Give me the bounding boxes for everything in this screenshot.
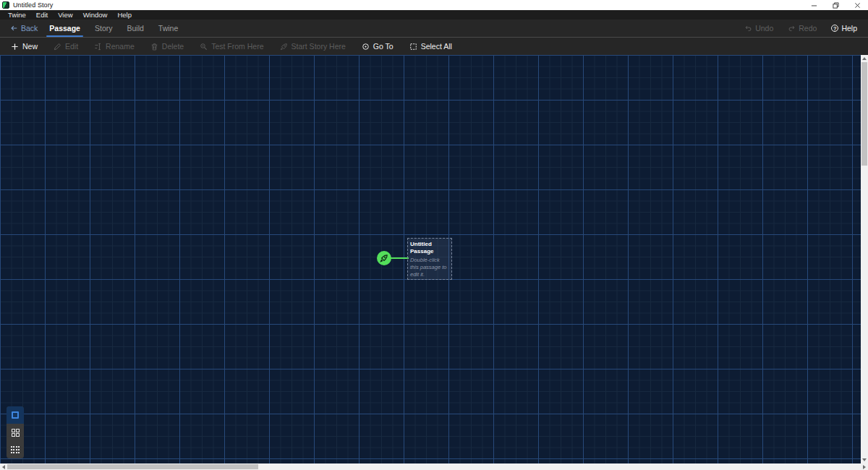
zoom-level-small-button[interactable] (7, 441, 24, 458)
menu-edit[interactable]: Edit (31, 10, 53, 20)
rename-passage-button[interactable]: Rename (88, 38, 141, 55)
tab-build[interactable]: Build (119, 20, 150, 37)
window-title: Untitled Story (13, 1, 53, 9)
test-from-here-label: Test From Here (211, 42, 263, 51)
twine-app-window: Untitled Story Twine Edit View Window He… (0, 0, 868, 470)
twine-app-icon (2, 1, 9, 9)
tab-twine[interactable]: Twine (151, 20, 185, 37)
scroll-down-arrow-icon[interactable] (861, 456, 868, 463)
dashed-square-icon (409, 43, 417, 51)
top-tab-bar: Back Passage Story Build Twine Undo Redo… (0, 20, 868, 38)
zoom-large-icon (12, 411, 19, 419)
go-to-button[interactable]: Go To (355, 38, 400, 55)
horizontal-scrollbar[interactable] (0, 463, 868, 470)
new-label: New (22, 42, 38, 51)
restore-icon (833, 2, 839, 9)
rocket-icon (280, 43, 288, 51)
start-rocket-icon (380, 254, 388, 262)
delete-label: Delete (162, 42, 184, 51)
go-to-label: Go To (373, 42, 393, 51)
menu-view[interactable]: View (53, 10, 77, 20)
start-passage-marker (377, 251, 391, 265)
start-connection-line (390, 257, 409, 259)
minimize-button[interactable] (803, 0, 825, 10)
redo-label: Redo (799, 24, 817, 33)
zoom-small-icon (11, 446, 20, 453)
passage-title: Untitled Passage (410, 241, 449, 256)
target-icon (362, 43, 370, 51)
undo-button[interactable]: Undo (739, 24, 778, 33)
test-from-here-button[interactable]: Test From Here (193, 38, 270, 55)
scroll-right-arrow-icon[interactable] (861, 463, 868, 470)
os-titlebar: Untitled Story (0, 0, 868, 10)
help-icon: ? (831, 25, 838, 32)
tab-story[interactable]: Story (88, 20, 120, 37)
zoom-medium-icon (12, 429, 20, 437)
scroll-up-arrow-icon[interactable] (861, 55, 868, 62)
back-label: Back (21, 24, 38, 33)
test-magnifier-icon (200, 43, 208, 51)
pencil-icon (54, 43, 61, 51)
tab-passage[interactable]: Passage (42, 20, 88, 37)
zoom-level-medium-button[interactable] (7, 424, 24, 441)
redo-button[interactable]: Redo (783, 24, 822, 33)
tabbar-actions: Undo Redo ? Help (739, 20, 862, 37)
plus-icon (11, 43, 19, 51)
menu-bar: Twine Edit View Window Help (0, 10, 868, 20)
restore-button[interactable] (825, 0, 846, 10)
horizontal-scrollbar-thumb[interactable] (7, 464, 258, 469)
start-story-here-button[interactable]: Start Story Here (273, 38, 352, 55)
help-button[interactable]: ? Help (826, 24, 862, 33)
minimize-icon (811, 2, 817, 9)
rename-label: Rename (106, 42, 135, 51)
select-all-button[interactable]: Select All (403, 38, 459, 55)
back-button[interactable]: Back (6, 20, 42, 37)
select-all-label: Select All (421, 42, 452, 51)
undo-icon (744, 25, 752, 32)
rename-icon (94, 43, 102, 51)
close-button[interactable] (846, 0, 868, 10)
zoom-level-large-button[interactable] (7, 406, 24, 424)
scroll-left-arrow-icon[interactable] (0, 463, 7, 470)
vertical-scrollbar[interactable] (861, 55, 868, 463)
delete-passage-button[interactable]: Delete (144, 38, 190, 55)
help-label: Help (841, 24, 857, 33)
vertical-scrollbar-thumb[interactable] (861, 62, 867, 166)
new-passage-button[interactable]: New (4, 38, 44, 55)
edit-passage-button[interactable]: Edit (47, 38, 85, 55)
zoom-level-panel (7, 406, 24, 458)
passage-card-untitled[interactable]: Untitled Passage Double-click this passa… (407, 238, 452, 280)
trash-icon (150, 43, 158, 51)
menu-twine[interactable]: Twine (3, 10, 31, 20)
edit-label: Edit (65, 42, 78, 51)
undo-label: Undo (755, 24, 773, 33)
start-story-here-label: Start Story Here (292, 42, 346, 51)
menu-help[interactable]: Help (112, 10, 137, 20)
window-controls (803, 0, 868, 10)
passage-excerpt: Double-click this passage to edit it. (410, 257, 449, 278)
menu-window[interactable]: Window (78, 10, 113, 20)
redo-icon (788, 25, 796, 32)
passage-toolbar: New Edit Rename Delete Test From Here St… (0, 38, 868, 55)
back-arrow-icon (10, 25, 18, 32)
story-map-canvas[interactable]: Untitled Passage Double-click this passa… (0, 55, 868, 463)
close-icon (854, 2, 861, 9)
